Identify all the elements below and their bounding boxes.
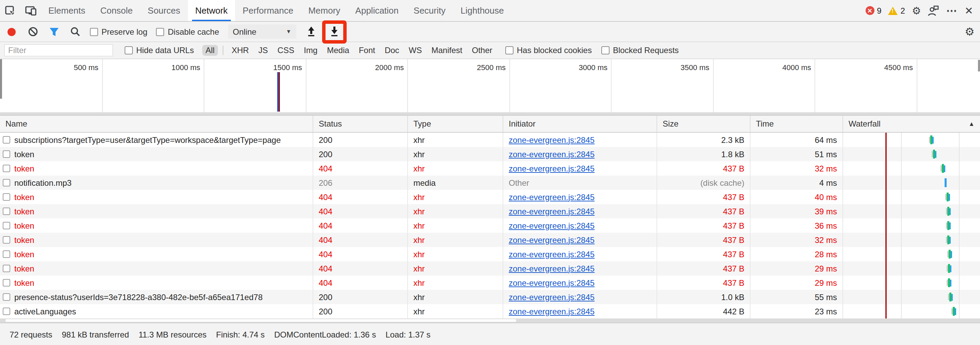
column-header-time[interactable]: Time bbox=[751, 116, 843, 132]
filter-pill-css[interactable]: CSS bbox=[274, 45, 298, 56]
feedback-person-icon[interactable] bbox=[928, 5, 939, 16]
cell-name[interactable]: token bbox=[0, 233, 313, 247]
export-har-download-button[interactable] bbox=[326, 24, 342, 40]
tab-network[interactable]: Network bbox=[188, 0, 235, 21]
initiator-link[interactable]: zone-evergreen.js:2845 bbox=[509, 135, 595, 145]
initiator-link[interactable]: zone-evergreen.js:2845 bbox=[509, 164, 595, 173]
filter-pill-font[interactable]: Font bbox=[355, 45, 379, 56]
row-checkbox[interactable] bbox=[3, 222, 10, 229]
clear-network-log-button[interactable] bbox=[27, 25, 39, 38]
cell-name[interactable]: token bbox=[0, 161, 313, 176]
filter-pill-js[interactable]: JS bbox=[255, 45, 271, 56]
network-request-row[interactable]: token404xhrzone-evergreen.js:2845437 B32… bbox=[0, 233, 980, 247]
row-checkbox[interactable] bbox=[3, 265, 10, 272]
has-blocked-cookies-box[interactable] bbox=[505, 46, 514, 54]
filter-pill-manifest[interactable]: Manifest bbox=[428, 45, 466, 56]
row-checkbox[interactable] bbox=[3, 165, 10, 172]
preserve-log-box[interactable] bbox=[90, 28, 98, 36]
row-checkbox[interactable] bbox=[3, 279, 10, 286]
initiator-link[interactable]: zone-evergreen.js:2845 bbox=[509, 249, 595, 259]
network-request-row[interactable]: token404xhrzone-evergreen.js:2845437 B29… bbox=[0, 261, 980, 275]
column-header-size[interactable]: Size bbox=[657, 116, 751, 132]
filter-pill-xhr[interactable]: XHR bbox=[228, 45, 252, 56]
row-checkbox[interactable] bbox=[3, 136, 10, 144]
tab-elements[interactable]: Elements bbox=[41, 0, 92, 21]
initiator-link[interactable]: zone-evergreen.js:2845 bbox=[509, 307, 595, 316]
filter-pill-img[interactable]: Img bbox=[300, 45, 321, 56]
row-checkbox[interactable] bbox=[3, 207, 10, 215]
tab-console[interactable]: Console bbox=[92, 0, 140, 21]
filter-pill-doc[interactable]: Doc bbox=[381, 45, 403, 56]
filter-funnel-icon[interactable] bbox=[48, 25, 60, 38]
console-warning-badge[interactable]: 2 bbox=[888, 6, 905, 15]
tab-security[interactable]: Security bbox=[406, 0, 453, 21]
hide-data-urls-box[interactable] bbox=[125, 46, 133, 54]
settings-gear-icon[interactable]: ⚙ bbox=[912, 5, 921, 17]
row-checkbox[interactable] bbox=[3, 236, 10, 244]
tab-lighthouse[interactable]: Lighthouse bbox=[453, 0, 511, 21]
row-checkbox[interactable] bbox=[3, 307, 10, 315]
tab-performance[interactable]: Performance bbox=[235, 0, 301, 21]
network-request-row[interactable]: subscriptions?targetType=user&targetType… bbox=[0, 133, 980, 147]
cell-name[interactable]: presence-status?userIds=3e718228-a380-48… bbox=[0, 290, 313, 304]
column-header-status[interactable]: Status bbox=[313, 116, 408, 132]
network-request-row[interactable]: token404xhrzone-evergreen.js:2845437 B28… bbox=[0, 247, 980, 261]
initiator-link[interactable]: zone-evergreen.js:2845 bbox=[509, 292, 595, 302]
more-options-icon[interactable]: ⋯ bbox=[946, 4, 958, 17]
initiator-link[interactable]: zone-evergreen.js:2845 bbox=[509, 149, 595, 159]
filter-pill-all[interactable]: All bbox=[202, 45, 218, 56]
console-error-badge[interactable]: ✕ 9 bbox=[865, 6, 881, 15]
cell-name[interactable]: token bbox=[0, 275, 313, 290]
record-network-log-button[interactable] bbox=[5, 25, 18, 38]
table-horizontal-scrollbar[interactable] bbox=[0, 318, 980, 323]
cell-name[interactable]: notification.mp3 bbox=[0, 176, 313, 190]
has-blocked-cookies-checkbox[interactable]: Has blocked cookies bbox=[505, 46, 592, 55]
network-request-row[interactable]: notification.mp3206mediaOther(disk cache… bbox=[0, 176, 980, 190]
inspect-element-icon[interactable] bbox=[0, 0, 21, 21]
cell-name[interactable]: token bbox=[0, 190, 313, 204]
column-header-waterfall[interactable]: Waterfall▲ bbox=[843, 116, 980, 132]
row-checkbox[interactable] bbox=[3, 150, 10, 158]
network-overview-timeline[interactable]: 500 ms1000 ms1500 ms2000 ms2500 ms3000 m… bbox=[0, 59, 980, 116]
throttling-dropdown[interactable]: Online ▼ bbox=[228, 24, 296, 39]
close-devtools-icon[interactable]: ✕ bbox=[965, 5, 973, 17]
network-request-row[interactable]: token404xhrzone-evergreen.js:2845437 B40… bbox=[0, 190, 980, 204]
row-checkbox[interactable] bbox=[3, 293, 10, 301]
network-request-row[interactable]: token404xhrzone-evergreen.js:2845437 B29… bbox=[0, 275, 980, 290]
cell-name[interactable]: token bbox=[0, 261, 313, 275]
scrollbar-thumb[interactable] bbox=[5, 319, 516, 322]
disable-cache-checkbox[interactable]: Disable cache bbox=[156, 27, 219, 36]
row-checkbox[interactable] bbox=[3, 193, 10, 201]
row-checkbox[interactable] bbox=[3, 250, 10, 258]
network-request-row[interactable]: token404xhrzone-evergreen.js:2845437 B39… bbox=[0, 204, 980, 218]
filter-pill-ws[interactable]: WS bbox=[405, 45, 425, 56]
disable-cache-box[interactable] bbox=[156, 28, 164, 36]
network-request-row[interactable]: presence-status?userIds=3e718228-a380-48… bbox=[0, 290, 980, 304]
cell-name[interactable]: token bbox=[0, 218, 313, 233]
cell-name[interactable]: subscriptions?targetType=user&targetType… bbox=[0, 133, 313, 147]
cell-name[interactable]: token bbox=[0, 247, 313, 261]
hide-data-urls-checkbox[interactable]: Hide data URLs bbox=[125, 46, 194, 55]
tab-application[interactable]: Application bbox=[348, 0, 406, 21]
network-request-row[interactable]: activeLanguages200xhrzone-evergreen.js:2… bbox=[0, 304, 980, 318]
cell-name[interactable]: token bbox=[0, 204, 313, 218]
network-request-row[interactable]: token404xhrzone-evergreen.js:2845437 B36… bbox=[0, 218, 980, 233]
row-checkbox[interactable] bbox=[3, 179, 10, 187]
cell-name[interactable]: activeLanguages bbox=[0, 304, 313, 318]
initiator-link[interactable]: zone-evergreen.js:2845 bbox=[509, 235, 595, 245]
initiator-link[interactable]: zone-evergreen.js:2845 bbox=[509, 192, 595, 202]
initiator-link[interactable]: zone-evergreen.js:2845 bbox=[509, 207, 595, 216]
initiator-link[interactable]: zone-evergreen.js:2845 bbox=[509, 221, 595, 230]
initiator-link[interactable]: zone-evergreen.js:2845 bbox=[509, 278, 595, 288]
network-request-row[interactable]: token404xhrzone-evergreen.js:2845437 B32… bbox=[0, 161, 980, 176]
column-header-initiator[interactable]: Initiator bbox=[503, 116, 657, 132]
preserve-log-checkbox[interactable]: Preserve log bbox=[90, 27, 148, 36]
search-icon[interactable] bbox=[69, 25, 81, 38]
filter-pill-media[interactable]: Media bbox=[323, 45, 352, 56]
tab-sources[interactable]: Sources bbox=[140, 0, 188, 21]
overview-scrollbar[interactable] bbox=[978, 60, 980, 71]
network-settings-gear-icon[interactable]: ⚙ bbox=[965, 25, 975, 38]
network-request-row[interactable]: token200xhrzone-evergreen.js:28451.8 kB5… bbox=[0, 147, 980, 161]
import-har-icon[interactable] bbox=[305, 25, 317, 38]
initiator-link[interactable]: zone-evergreen.js:2845 bbox=[509, 264, 595, 273]
